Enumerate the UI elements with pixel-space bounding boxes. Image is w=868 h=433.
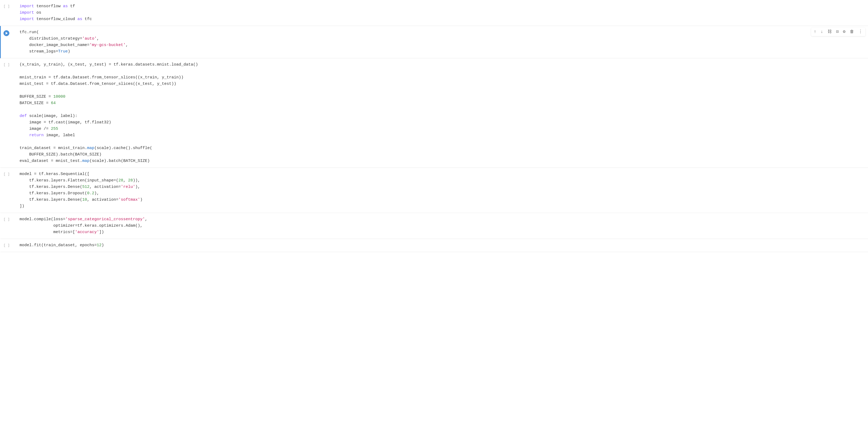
play-icon <box>6 32 8 35</box>
token-plain: os <box>34 10 41 15</box>
code-line: mnist_test = tf.data.Dataset.from_tensor… <box>20 81 863 87</box>
token-plain: , <box>97 36 99 41</box>
token-plain: model.compile(loss= <box>20 217 65 222</box>
code-line: BUFFER_SIZE).batch(BATCH_SIZE) <box>20 152 863 158</box>
code-line: tf.keras.layers.Dense(512, activation='r… <box>20 184 863 190</box>
cell-content[interactable]: model.fit(train_dataset, epochs=12) <box>20 241 868 250</box>
copy-button[interactable]: ⊡ <box>835 28 840 36</box>
cell-4[interactable]: [ ]model = tf.keras.Sequential([ tf.kera… <box>0 168 868 213</box>
token-plain: (scale).cache().shuffle( <box>94 146 152 151</box>
cell-bracket: [ ] <box>3 243 10 248</box>
delete-button[interactable]: 🗑 <box>849 28 855 36</box>
code-line: model = tf.keras.Sequential([ <box>20 171 863 177</box>
cell-bracket: [ ] <box>3 4 10 9</box>
move-up-button[interactable]: ↑ <box>813 28 818 36</box>
cell-6[interactable]: [ ]model.fit(train_dataset, epochs=12) <box>0 239 868 252</box>
token-plain: tf.keras.layers.Dense( <box>20 198 82 202</box>
cell-toolbar: ↑↓⛓⊡⚙🗑⋮ <box>811 28 866 36</box>
token-str: 'relu' <box>121 185 135 189</box>
cell-indicator: [ ] <box>1 241 20 248</box>
cell-1[interactable]: [ ]import tensorflow as tfimport osimpor… <box>0 0 868 26</box>
token-plain: tensorflow_cloud <box>34 17 78 22</box>
cell-bracket: [ ] <box>3 217 10 222</box>
cell-content[interactable]: (x_train, y_train), (x_test, y_test) = t… <box>20 61 868 165</box>
token-plain: tf.keras.layers.Flatten(input_shape=( <box>20 178 118 183</box>
code-line: distribution_strategy='auto', <box>20 36 863 42</box>
token-plain: model = tf.keras.Sequential([ <box>20 172 90 176</box>
code-line: stream_logs=True) <box>20 48 863 55</box>
token-plain: tensorflow <box>34 4 63 8</box>
code-line: train_dataset = mnist_train.map(scale).c… <box>20 145 863 152</box>
token-plain: , <box>145 217 147 222</box>
cell-bracket: [ ] <box>3 171 10 177</box>
cell-indicator: [ ] <box>1 170 20 177</box>
token-plain: ) <box>68 49 70 54</box>
code-line <box>20 87 863 94</box>
code-line: import tensorflow_cloud as tfc <box>20 16 863 23</box>
token-method: map <box>87 146 94 151</box>
token-plain: model.fit(train_dataset, epochs= <box>20 243 97 247</box>
token-str: 'my-gcs-bucket' <box>90 43 126 47</box>
cell-content[interactable]: model.compile(loss='sparse_categorical_c… <box>20 215 868 237</box>
code-line: tf.keras.layers.Dropout(0.2), <box>20 190 863 197</box>
code-line: image /= 255 <box>20 126 863 132</box>
link-button[interactable]: ⛓ <box>827 28 833 36</box>
token-plain <box>20 133 29 138</box>
cell-indicator <box>1 28 20 36</box>
token-plain: tfc.run( <box>20 30 39 35</box>
token-kw: def <box>20 114 27 118</box>
code-line: (x_train, y_train), (x_test, y_test) = t… <box>20 62 863 68</box>
cell-5[interactable]: [ ]model.compile(loss='sparse_categorica… <box>0 213 868 239</box>
code-line: return image, label <box>20 132 863 139</box>
token-plain: train_dataset = mnist_train. <box>20 146 87 151</box>
token-num: 255 <box>51 127 58 131</box>
token-kw: import <box>20 10 34 15</box>
token-str: 'softmax' <box>118 198 140 202</box>
token-plain: tf <box>68 4 75 8</box>
code-line: import tensorflow as tf <box>20 3 863 10</box>
token-plain: , activation= <box>90 185 121 189</box>
code-line: def scale(image, label): <box>20 113 863 119</box>
code-line <box>20 139 863 145</box>
token-plain: BUFFER_SIZE).batch(BATCH_SIZE) <box>20 152 101 157</box>
token-plain: tf.keras.layers.Dense( <box>20 185 82 189</box>
token-plain: )), <box>133 178 140 183</box>
token-plain: metrics=[ <box>20 230 75 234</box>
token-plain: ]) <box>99 230 104 234</box>
token-plain: ), <box>135 185 140 189</box>
code-line: model.compile(loss='sparse_categorical_c… <box>20 216 863 223</box>
cell-content[interactable]: import tensorflow as tfimport osimport t… <box>20 2 868 24</box>
token-method: map <box>82 159 90 163</box>
code-line: model.fit(train_dataset, epochs=12) <box>20 242 863 248</box>
token-num: 28 <box>118 178 123 183</box>
cell-indicator: [ ] <box>1 215 20 222</box>
token-str: 'sparse_categorical_crossentropy' <box>65 217 145 222</box>
code-line: docker_image_bucket_name='my-gcs-bucket'… <box>20 42 863 48</box>
token-plain: tf.keras.layers.Dropout( <box>20 191 87 196</box>
cell-content[interactable]: model = tf.keras.Sequential([ tf.keras.l… <box>20 170 868 211</box>
more-button[interactable]: ⋮ <box>857 28 864 36</box>
cell-3[interactable]: [ ](x_train, y_train), (x_test, y_test) … <box>0 58 868 168</box>
cell-indicator: [ ] <box>1 2 20 9</box>
code-line <box>20 68 863 74</box>
token-num: 12 <box>97 243 101 247</box>
token-plain: stream_logs= <box>20 49 58 54</box>
cell-content[interactable]: tfc.run( distribution_strategy='auto', d… <box>20 28 868 56</box>
settings-button[interactable]: ⚙ <box>842 28 846 36</box>
code-line: BUFFER_SIZE = 10000 <box>20 94 863 100</box>
cell-2[interactable]: tfc.run( distribution_strategy='auto', d… <box>0 26 868 58</box>
token-plain: ) <box>140 198 143 202</box>
token-plain: image /= <box>20 127 51 131</box>
cell-indicator: [ ] <box>1 61 20 67</box>
code-line: BATCH_SIZE = 64 <box>20 100 863 106</box>
token-plain: ) <box>101 243 104 247</box>
token-plain: ), <box>94 191 99 196</box>
code-line: tf.keras.layers.Flatten(input_shape=(28,… <box>20 177 863 184</box>
token-plain: scale(image, label): <box>27 114 78 118</box>
token-str: 'auto' <box>82 36 97 41</box>
run-button[interactable] <box>3 30 9 36</box>
move-down-button[interactable]: ↓ <box>819 28 824 36</box>
code-line: image = tf.cast(image, tf.float32) <box>20 119 863 126</box>
token-kw: as <box>63 4 68 8</box>
cell-bracket: [ ] <box>3 62 10 67</box>
